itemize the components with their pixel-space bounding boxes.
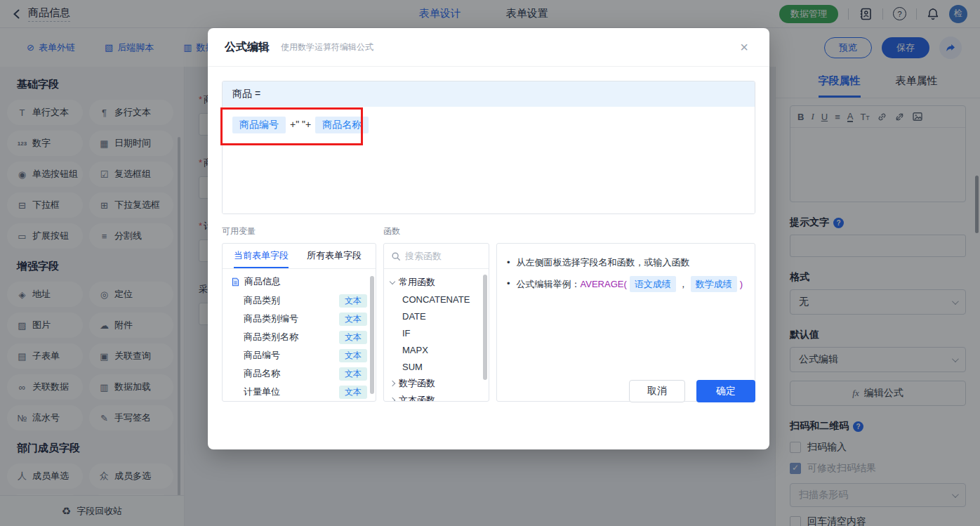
variable-row[interactable]: 商品名称文本 [223, 364, 376, 383]
functions-panel: 常用函数 CONCATENATE DATE IF MAPX SUM 数学函数 文… [383, 243, 489, 402]
functions-label: 函数 [383, 225, 400, 237]
example-field-chip: 数学成绩 [691, 276, 737, 292]
function-search-input[interactable] [405, 251, 482, 261]
field-chip[interactable]: 商品名称 [315, 117, 369, 133]
variable-row[interactable]: 商品编号文本 [223, 346, 376, 364]
type-badge: 文本 [339, 313, 367, 326]
app-root: 商品信息 表单设计 表单设置 数据管理 ? 检 ⊘ 表单外链 [0, 0, 980, 526]
variable-row[interactable]: 商品类别名称文本 [223, 328, 376, 346]
formula-operator: +" "+ [290, 119, 311, 130]
type-badge: 文本 [339, 367, 367, 381]
variable-row[interactable]: 计量单位文本 [223, 383, 376, 401]
variable-row[interactable]: 商品类别文本 [223, 291, 376, 310]
example-field-chip: 语文成绩 [630, 276, 676, 292]
variables-label: 可用变量 [222, 225, 383, 237]
form-doc-icon [231, 277, 240, 287]
function-item[interactable]: SUM [384, 358, 489, 375]
variables-panel: 当前表单字段 所有表单字段 商品信息 商品类别文本 商品类别编号文本 商品类别名… [222, 243, 376, 402]
bullet-icon: • [507, 276, 510, 292]
cancel-button[interactable]: 取消 [629, 380, 685, 402]
functions-scrollbar[interactable] [483, 275, 487, 380]
close-icon[interactable]: × [740, 40, 748, 54]
type-badge: 文本 [339, 331, 367, 344]
example-close-paren: ) [740, 279, 743, 289]
variables-root-node[interactable]: 商品信息 [223, 272, 376, 291]
function-item[interactable]: IF [384, 324, 489, 341]
formula-editor[interactable]: 商品 = 商品编号+" "+商品名称 [222, 81, 755, 214]
modal-title: 公式编辑 [225, 40, 270, 55]
confirm-button[interactable]: 确定 [696, 380, 755, 402]
help-tip-1: 从左侧面板选择字段名和函数，或输入函数 [517, 255, 690, 270]
formula-edit-modal: 公式编辑 使用数学运算符编辑公式 × 商品 = 商品编号+" "+商品名称 可用… [208, 28, 769, 449]
function-item[interactable]: DATE [384, 308, 489, 324]
search-icon [391, 251, 401, 261]
function-search[interactable] [384, 244, 489, 269]
bullet-icon: • [507, 255, 510, 270]
type-badge: 文本 [339, 349, 367, 362]
formula-target: 商品 = [223, 81, 755, 107]
modal-subtitle: 使用数学运算符编辑公式 [281, 41, 373, 53]
function-group-text[interactable]: 文本函数 [384, 392, 489, 402]
chevron-down-icon [390, 278, 395, 284]
variables-scrollbar[interactable] [370, 276, 374, 394]
function-group-common[interactable]: 常用函数 [384, 274, 489, 291]
tab-all-form-fields[interactable]: 所有表单字段 [307, 244, 362, 268]
chevron-right-icon [390, 381, 395, 386]
chevron-right-icon [390, 397, 395, 402]
tab-current-form-fields[interactable]: 当前表单字段 [234, 244, 289, 268]
variable-row[interactable]: 商品类别编号文本 [223, 310, 376, 328]
function-item[interactable]: CONCATENATE [384, 291, 489, 308]
function-item[interactable]: MAPX [384, 341, 489, 358]
formula-help-panel: • 从左侧面板选择字段名和函数，或输入函数 • 公式编辑举例：AVERAGE(语… [496, 243, 755, 402]
type-badge: 文本 [339, 294, 367, 308]
example-function-name: AVERAGE( [581, 279, 627, 289]
type-badge: 文本 [339, 386, 367, 399]
help-tip-2: 公式编辑举例：AVERAGE(语文成绩，数学成绩) [517, 276, 743, 292]
formula-input-area[interactable]: 商品编号+" "+商品名称 [223, 107, 755, 213]
field-chip[interactable]: 商品编号 [232, 117, 286, 133]
function-group-math[interactable]: 数学函数 [384, 375, 489, 392]
